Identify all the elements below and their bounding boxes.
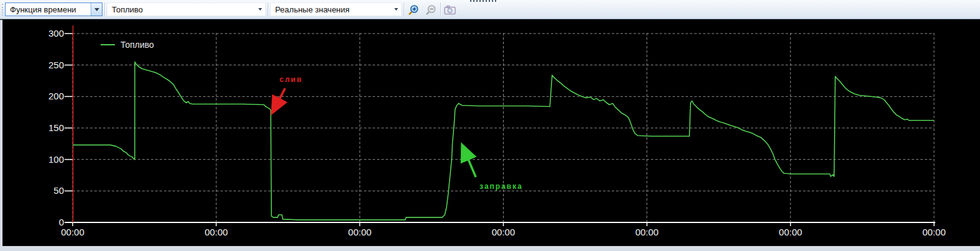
x-axis-tick-label: 00:00 <box>766 227 815 238</box>
toolbar-separator <box>268 2 268 17</box>
x-axis-tick-label: 00:00 <box>48 227 98 238</box>
splitter-grip-icon[interactable] <box>470 0 497 2</box>
camera-icon <box>444 5 456 15</box>
magnifier-minus-icon <box>425 4 437 16</box>
x-axis-tick-label: 00:00 <box>335 227 384 238</box>
toolbar: Функция времени Топливо Реальные значени… <box>0 0 980 19</box>
time-function-dropdown-button[interactable] <box>91 3 102 16</box>
annotation-refuel-label: заправка <box>479 182 523 191</box>
x-axis-tick-label: 00:00 <box>479 227 529 238</box>
zoom-in-button[interactable] <box>406 2 421 17</box>
chevron-down-icon <box>94 8 99 11</box>
values-mode-combobox[interactable]: Реальные значения <box>270 2 402 16</box>
snapshot-button[interactable] <box>442 2 458 17</box>
zoom-out-button[interactable] <box>424 2 438 17</box>
time-function-value: Функция времени <box>6 5 91 14</box>
toolbar-separator <box>440 2 441 17</box>
legend-series-label: Топливо <box>120 40 154 50</box>
y-axis-tick-label: 50 <box>25 185 64 196</box>
x-axis-tick-label: 00:00 <box>909 227 959 238</box>
time-function-combobox[interactable]: Функция времени <box>5 2 102 16</box>
values-mode-value: Реальные значения <box>271 5 391 14</box>
legend-line-sample <box>101 44 115 45</box>
toolbar-separator <box>104 2 105 17</box>
parameter-value: Топливо <box>107 5 255 14</box>
annotation-arrow-icon <box>273 88 285 111</box>
trend-plot[interactable] <box>0 20 980 251</box>
x-axis-tick-label: 00:00 <box>191 227 241 238</box>
x-axis-tick-label: 00:00 <box>622 227 672 238</box>
y-axis-tick-label: 100 <box>25 154 64 165</box>
chart-legend: Топливо <box>101 40 154 50</box>
y-axis-tick-label: 300 <box>25 28 64 39</box>
parameter-combobox[interactable]: Топливо <box>107 2 266 16</box>
toolbar-separator <box>404 2 404 17</box>
y-axis-tick-label: 200 <box>25 91 64 102</box>
annotation-arrow-icon <box>463 146 476 177</box>
annotation-drain-label: слив <box>279 75 302 84</box>
y-axis-tick-label: 250 <box>25 60 64 71</box>
trend-viewer-window: { "toolbar": { "combo_time_function": { … <box>0 0 980 251</box>
y-axis-tick-label: 150 <box>25 122 64 134</box>
chevron-down-icon[interactable] <box>255 8 265 11</box>
magnifier-plus-icon <box>408 4 419 16</box>
chevron-down-icon[interactable] <box>391 8 401 11</box>
